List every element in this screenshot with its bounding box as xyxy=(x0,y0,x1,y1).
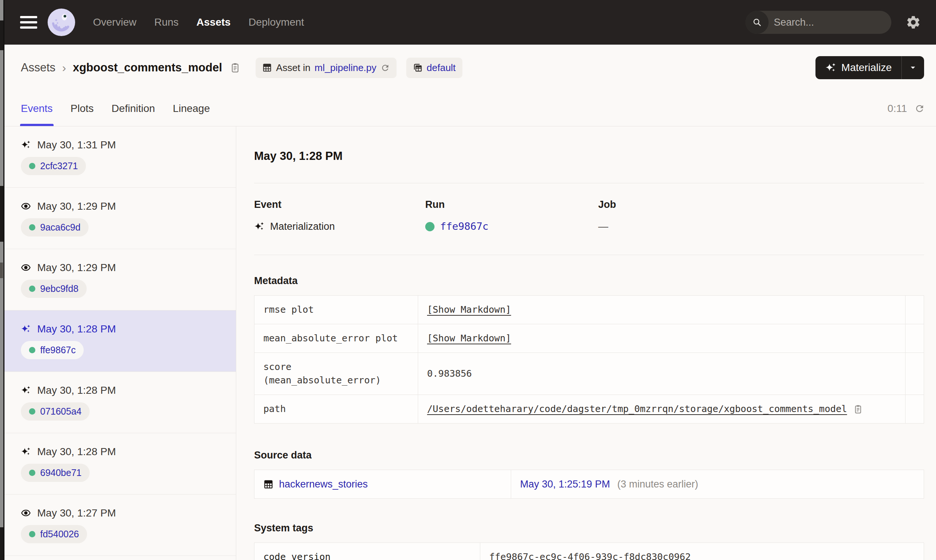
tab-definition[interactable]: Definition xyxy=(112,91,155,126)
search-icon xyxy=(745,11,768,34)
run-id-link[interactable]: ffe9867c xyxy=(440,220,488,233)
run-id-link[interactable]: 9ebc9fd8 xyxy=(40,283,79,294)
metadata-key: path xyxy=(254,395,418,423)
system-tags-heading: System tags xyxy=(254,522,924,534)
settings-gear-icon[interactable] xyxy=(905,14,921,30)
source-data-heading: Source data xyxy=(254,449,924,462)
show-markdown-link[interactable]: [Show Markdown] xyxy=(427,333,511,344)
event-summary: Event Materialization Run ffe9867c Job — xyxy=(254,198,924,233)
asset-grid-icon xyxy=(262,63,272,72)
nav-runs[interactable]: Runs xyxy=(154,16,179,28)
metadata-heading: Metadata xyxy=(254,274,924,287)
event-timestamp: May 30, 1:28 PM xyxy=(37,446,116,458)
menu-icon[interactable] xyxy=(20,16,37,29)
run-id-pill[interactable]: 9aca6c9d xyxy=(21,218,89,237)
show-markdown-link[interactable]: [Show Markdown] xyxy=(427,304,511,315)
tab-events[interactable]: Events xyxy=(21,91,53,126)
event-timestamp: May 30, 1:29 PM xyxy=(37,262,116,274)
system-tags-table: code_version ffe9867c-ec9c-4f06-939c-f8d… xyxy=(254,543,924,560)
refresh-icon[interactable] xyxy=(914,103,925,114)
run-id-link[interactable]: 6940be71 xyxy=(40,468,82,478)
materialization-icon xyxy=(21,140,31,150)
source-relative-time: (3 minutes earlier) xyxy=(617,478,698,490)
event-list-item[interactable]: May 30, 1:31 PM 2cfc3271 xyxy=(5,126,236,188)
event-timestamp: May 30, 1:28 PM xyxy=(37,323,116,335)
observation-eye-icon xyxy=(21,201,31,211)
copy-asset-name-icon[interactable] xyxy=(229,62,241,73)
run-id-pill[interactable]: 9ebc9fd8 xyxy=(21,280,87,298)
event-list: May 30, 1:31 PM 2cfc3271 May 30, 1:29 PM… xyxy=(5,126,236,560)
asset-definition-chip[interactable]: Asset in ml_pipeline.py xyxy=(256,58,397,78)
tag-key: code_version xyxy=(254,543,480,560)
event-detail-panel: May 30, 1:28 PM Event Materialization Ru… xyxy=(236,126,936,560)
job-empty-value: — xyxy=(598,220,608,233)
run-id-link[interactable]: 9aca6c9d xyxy=(40,222,80,233)
materialize-button[interactable]: Materialize xyxy=(816,56,901,79)
pipeline-file-link[interactable]: ml_pipeline.py xyxy=(315,62,377,74)
event-list-item[interactable]: May 30, 1:29 PM 9ebc9fd8 xyxy=(5,249,236,311)
materialization-icon xyxy=(21,385,31,395)
nav-assets[interactable]: Assets xyxy=(196,16,231,28)
run-id-pill[interactable]: 2cfc3271 xyxy=(21,157,86,175)
run-status-dot xyxy=(425,222,434,231)
event-list-item[interactable]: May 30, 1:29 PM 9aca6c9d xyxy=(5,188,236,249)
event-type-value: Materialization xyxy=(270,220,335,233)
observation-eye-icon xyxy=(21,508,31,518)
asset-header: Assets › xgboost_comments_model Asset in… xyxy=(5,45,936,91)
nav-overview[interactable]: Overview xyxy=(93,16,137,28)
event-timestamp: May 30, 1:27 PM xyxy=(37,507,116,519)
reload-definition-icon[interactable] xyxy=(380,63,390,72)
run-id-pill[interactable]: fd540026 xyxy=(21,525,87,543)
materialization-icon xyxy=(21,324,31,334)
metadata-key: rmse plot xyxy=(254,295,418,324)
breadcrumb-assets-link[interactable]: Assets xyxy=(21,61,55,74)
job-column-label: Job xyxy=(598,198,924,211)
materialization-icon xyxy=(254,221,265,232)
copy-path-icon[interactable] xyxy=(853,404,863,414)
event-timestamp: May 30, 1:28 PM xyxy=(37,385,116,396)
table-row: hackernews_stories May 30, 1:25:19 PM (3… xyxy=(254,470,924,498)
nav-deployment[interactable]: Deployment xyxy=(248,16,304,28)
metadata-value: 0.983856 xyxy=(418,353,905,395)
materialize-split-button: Materialize xyxy=(816,56,924,79)
event-list-item-selected[interactable]: May 30, 1:28 PM ffe9867c xyxy=(5,311,236,372)
repository-chip[interactable]: default xyxy=(406,58,462,78)
run-id-pill[interactable]: 6940be71 xyxy=(21,464,90,482)
run-id-link[interactable]: fd540026 xyxy=(40,529,79,540)
materialize-label: Materialize xyxy=(842,62,892,74)
dagster-logo[interactable] xyxy=(48,9,75,36)
metadata-key: mean_absolute_error plot xyxy=(254,324,418,353)
run-id-link[interactable]: ffe9867c xyxy=(40,345,75,355)
run-id-pill[interactable]: ffe9867c xyxy=(21,341,84,359)
run-id-pill[interactable]: 071605a4 xyxy=(21,402,90,420)
tab-plots[interactable]: Plots xyxy=(71,91,94,126)
event-list-item[interactable]: May 30, 1:28 PM 6940be71 xyxy=(5,433,236,495)
background-window-edge xyxy=(0,0,5,560)
repository-icon xyxy=(413,63,423,72)
page-title: xgboost_comments_model xyxy=(73,61,222,74)
source-timestamp-link[interactable]: May 30, 1:25:19 PM xyxy=(520,478,610,490)
global-search[interactable]: / xyxy=(745,11,891,34)
event-detail-title: May 30, 1:28 PM xyxy=(254,148,924,165)
event-list-item[interactable]: May 30, 1:28 PM 071605a4 xyxy=(5,372,236,433)
search-input[interactable] xyxy=(768,17,891,28)
run-column-label: Run xyxy=(425,198,598,211)
materialize-sparkle-icon xyxy=(825,62,836,73)
asset-chip-prefix: Asset in xyxy=(276,62,311,74)
run-id-link[interactable]: 2cfc3271 xyxy=(40,161,78,171)
primary-nav-links: Overview Runs Assets Deployment xyxy=(93,16,304,28)
run-id-link[interactable]: 071605a4 xyxy=(40,406,82,417)
tab-lineage[interactable]: Lineage xyxy=(173,91,210,126)
storage-path-link[interactable]: /Users/odetteharary/code/dagster/tmp_0mz… xyxy=(427,402,847,416)
table-row: path /Users/odetteharary/code/dagster/tm… xyxy=(254,395,924,423)
chevron-down-icon xyxy=(908,63,918,73)
asset-tabs: Events Plots Definition Lineage 0:11 xyxy=(5,91,936,126)
repository-link[interactable]: default xyxy=(427,62,456,74)
metadata-key: score (mean_absolute_error) xyxy=(254,353,418,395)
upstream-asset-link[interactable]: hackernews_stories xyxy=(263,477,502,491)
event-list-item[interactable]: May 30, 1:27 PM fd540026 xyxy=(5,495,236,556)
materialization-icon xyxy=(21,446,31,457)
materialize-dropdown-button[interactable] xyxy=(902,56,924,79)
run-status-dot xyxy=(29,286,35,292)
run-status-dot xyxy=(29,408,35,415)
